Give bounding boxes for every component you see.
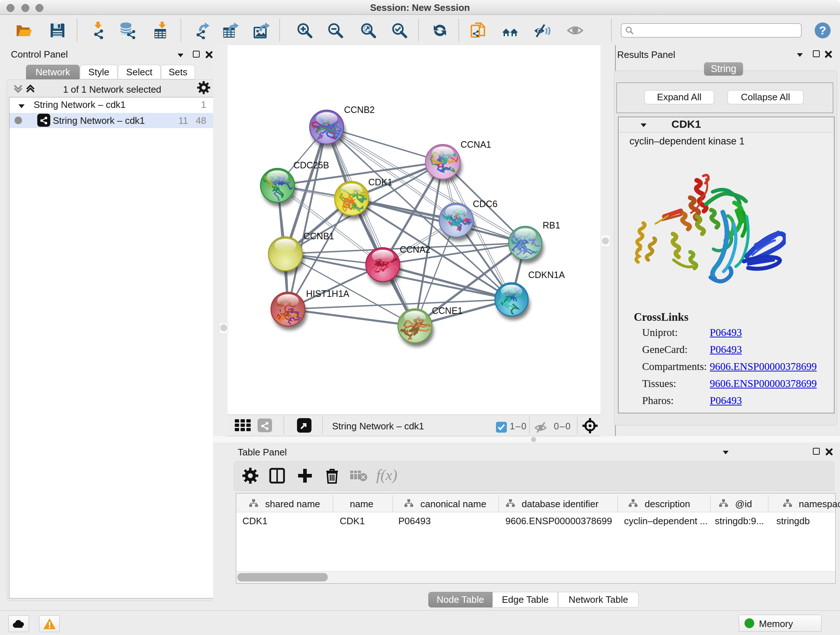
svg-text:CDKN1A: CDKN1A <box>528 270 565 280</box>
svg-text:CDC25B: CDC25B <box>294 160 329 170</box>
svg-text:CDC6: CDC6 <box>473 199 497 209</box>
svg-text:CCNB2: CCNB2 <box>344 105 375 115</box>
svg-text:CCNE1: CCNE1 <box>432 306 463 316</box>
svg-text:HIST1H1A: HIST1H1A <box>306 288 349 299</box>
svg-text:RB1: RB1 <box>543 220 561 230</box>
svg-text:CDK1: CDK1 <box>368 177 393 187</box>
svg-text:CCNB1: CCNB1 <box>303 231 334 241</box>
svg-text:CCNA1: CCNA1 <box>461 139 491 149</box>
svg-text:CCNA2: CCNA2 <box>400 244 431 255</box>
